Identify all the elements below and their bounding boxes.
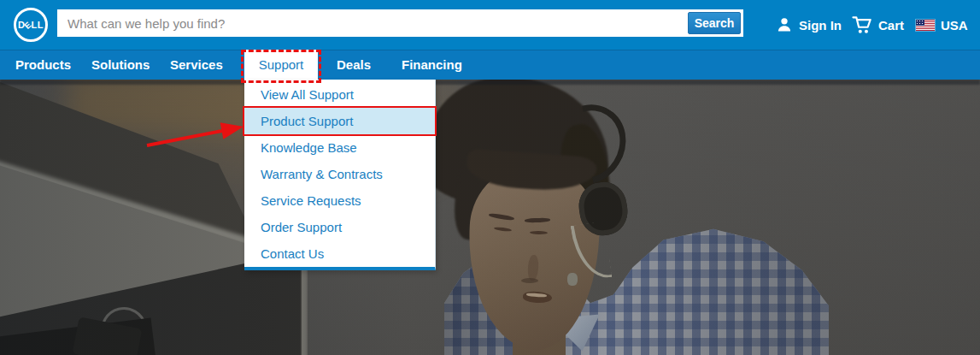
country-label: USA [941, 18, 968, 33]
cart-button[interactable]: Cart [852, 0, 904, 50]
dell-logo-letter: L [38, 20, 44, 30]
dell-logo[interactable]: DELL [14, 8, 48, 42]
menu-item-knowledge-base[interactable]: Knowledge Base [244, 134, 435, 161]
sign-in-label: Sign In [799, 18, 842, 33]
menu-item-view-all-support[interactable]: View All Support [244, 81, 435, 108]
nav-item-products[interactable]: Products [15, 50, 71, 80]
top-bar: DELL Search Sign In Cart USA [0, 0, 980, 50]
sign-in-button[interactable]: Sign In [776, 0, 842, 50]
menu-item-warranty-contracts[interactable]: Warranty & Contracts [244, 161, 435, 187]
hero-photo: DELL [0, 80, 980, 355]
search-button[interactable]: Search [688, 12, 741, 34]
country-selector[interactable]: USA [916, 0, 968, 50]
cart-icon [852, 15, 872, 34]
hero-top-shadow [0, 80, 980, 85]
main-nav: Products Solutions Services Support Deal… [0, 50, 980, 80]
nav-item-deals[interactable]: Deals [337, 50, 371, 80]
nav-item-support-active[interactable]: Support [244, 50, 318, 80]
search-bar: Search [57, 9, 743, 37]
user-icon [776, 16, 793, 33]
menu-item-contact-us[interactable]: Contact Us [244, 240, 435, 267]
menu-item-service-requests[interactable]: Service Requests [244, 187, 435, 214]
menu-item-order-support[interactable]: Order Support [244, 214, 435, 240]
nav-item-services[interactable]: Services [170, 50, 223, 80]
support-dropdown-menu: View All Support Product Support Knowled… [244, 80, 436, 270]
cart-label: Cart [878, 18, 904, 33]
search-input[interactable] [57, 9, 681, 37]
nav-item-solutions[interactable]: Solutions [91, 50, 150, 80]
menu-item-product-support[interactable]: Product Support [244, 108, 435, 134]
nav-item-financing[interactable]: Financing [402, 50, 462, 80]
dark-photo-overlay [0, 80, 980, 355]
usa-flag-icon [916, 20, 935, 31]
dell-homepage: DELL DELL Se [0, 0, 980, 355]
